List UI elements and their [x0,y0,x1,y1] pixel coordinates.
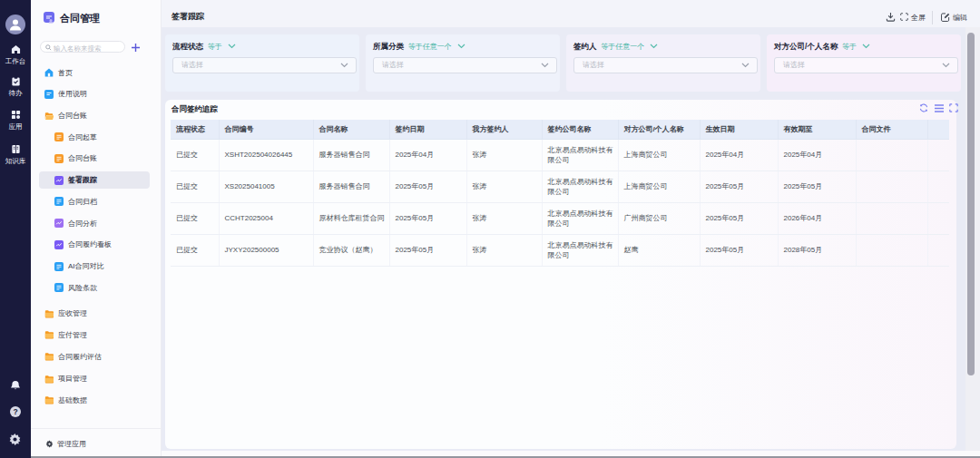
svg-text:?: ? [13,407,17,416]
